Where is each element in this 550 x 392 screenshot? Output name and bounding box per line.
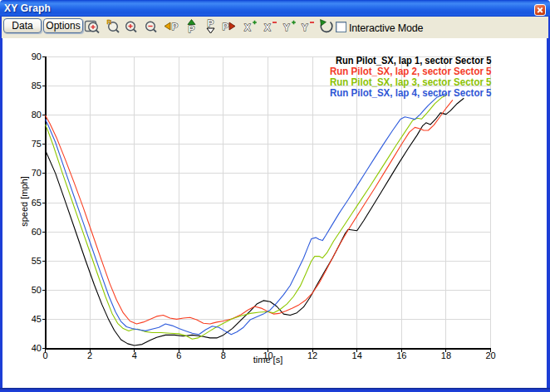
svg-text:16: 16 xyxy=(396,350,406,360)
svg-text:60: 60 xyxy=(32,227,42,237)
svg-text:75: 75 xyxy=(32,139,42,149)
svg-text:P: P xyxy=(208,18,214,28)
svg-text:8: 8 xyxy=(221,350,226,360)
svg-text:Run Pilot_SX, lap 4, sector Se: Run Pilot_SX, lap 4, sector Sector 5 xyxy=(330,87,492,99)
svg-text:40: 40 xyxy=(32,343,42,353)
svg-text:12: 12 xyxy=(307,350,317,360)
svg-text:X: X xyxy=(244,22,251,32)
svg-text:45: 45 xyxy=(32,314,42,324)
svg-text:90: 90 xyxy=(32,51,42,61)
svg-text:2: 2 xyxy=(87,350,92,360)
svg-text:0: 0 xyxy=(42,350,47,360)
svg-text:18: 18 xyxy=(441,350,451,360)
svg-text:P: P xyxy=(223,22,229,32)
svg-text:80: 80 xyxy=(32,110,42,120)
svg-text:4: 4 xyxy=(132,350,137,360)
svg-text:65: 65 xyxy=(32,198,42,208)
svg-text:85: 85 xyxy=(32,81,42,91)
svg-text:P: P xyxy=(172,22,179,32)
svg-text:6: 6 xyxy=(176,350,181,360)
svg-text:55: 55 xyxy=(32,256,42,266)
svg-text:Y: Y xyxy=(283,22,290,32)
svg-text:50: 50 xyxy=(32,285,42,295)
svg-text:Y: Y xyxy=(302,22,308,32)
svg-text:20: 20 xyxy=(485,350,495,360)
svg-text:70: 70 xyxy=(32,168,42,178)
svg-text:time [s]: time [s] xyxy=(253,355,282,365)
svg-text:X: X xyxy=(264,22,271,32)
svg-text:14: 14 xyxy=(352,350,362,360)
svg-text:speed [mph]: speed [mph] xyxy=(19,176,29,227)
svg-text:P: P xyxy=(189,24,195,34)
svg-text:R: R xyxy=(107,18,112,26)
